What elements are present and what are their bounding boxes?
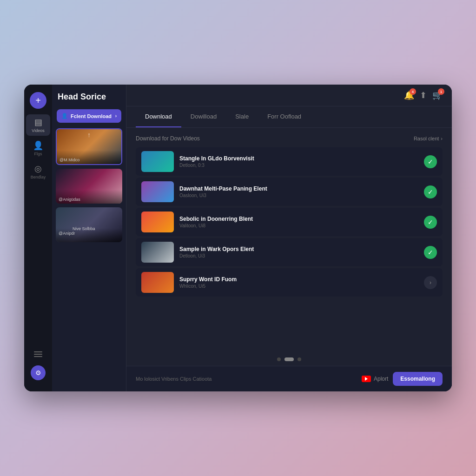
upload-icon: ⬆ xyxy=(420,91,427,100)
tab-download[interactable]: Download xyxy=(136,106,181,127)
video-thumbnail xyxy=(141,242,174,263)
tab-label: Download xyxy=(145,113,172,120)
check-icon: ✓ xyxy=(424,155,437,168)
upload-button[interactable]: ⬆ xyxy=(420,90,427,100)
table-row[interactable]: Sebolic in Doonerring Blent Valitoon, Ui… xyxy=(136,208,443,236)
figs-icon: 👤 xyxy=(33,140,43,151)
view-all-button[interactable]: Rasol clent › xyxy=(414,136,443,141)
sidebar-item-bendlay[interactable]: ◎ Bendlay xyxy=(26,161,50,182)
video-status: ✓ xyxy=(424,185,437,198)
bendlay-label: Bendlay xyxy=(31,175,46,179)
item-label: Nive Solbba @Anipdr xyxy=(59,226,95,236)
sidebar: Head Sorice 👤 Fclent Download › ↑ @M.Mid… xyxy=(52,85,126,391)
main-content: 🔔 4 ⬆ 🛒 1 Download Dowilload Sl xyxy=(126,85,452,391)
pagination-dot-active[interactable] xyxy=(284,357,294,361)
essomallong-button[interactable]: Essomallong xyxy=(393,372,443,386)
video-subtitle: Whlicon, Ui5 xyxy=(179,284,418,289)
item-label: @Anigüdas xyxy=(59,197,80,202)
category-button[interactable]: 👤 Fclent Download › xyxy=(57,109,121,123)
video-status: ✓ xyxy=(424,246,437,259)
table-row[interactable]: Sample in Wark Opors Elent Detloon, Ui3 … xyxy=(136,238,443,266)
video-info: Sample in Wark Opors Elent Detloon, Ui3 xyxy=(179,246,418,258)
video-title: Suprry Wont ID Fuom xyxy=(179,276,418,283)
header-icons: 🔔 4 ⬆ 🛒 1 xyxy=(404,90,443,100)
tabs: Download Dowilload Slale Forr Oofload xyxy=(126,106,452,128)
videos-icon: ▤ xyxy=(34,117,42,127)
footer-actions: Aplort Essomallong xyxy=(362,372,443,386)
tab-label: Slale xyxy=(235,113,249,120)
bendlay-icon: ◎ xyxy=(34,164,42,174)
sidebar-item-videos[interactable]: ▤ Videos xyxy=(26,114,50,136)
aplort-button[interactable]: Aplort xyxy=(362,376,388,382)
video-subtitle: Detloon, Ui3 xyxy=(179,253,418,258)
tab-forroofload[interactable]: Forr Oofload xyxy=(258,106,311,127)
thumb-label: Nive Solbba @Anipdr xyxy=(59,222,119,240)
menu-line xyxy=(34,351,42,352)
icon-bar: + ▤ Videos 👤 Flgs ◎ Bendlay ⚙ xyxy=(24,85,52,391)
notification-badge: 4 xyxy=(410,88,416,95)
tab-label: Dowilload xyxy=(191,113,217,120)
video-subtitle: Oasloon, Ui3 xyxy=(179,193,418,198)
content-area: Download for Dow Videos Rasol clent › St… xyxy=(126,128,452,353)
check-icon: ✓ xyxy=(424,246,437,259)
video-list: Stangle In GLdo Borvenvisit Detloon, 0:3… xyxy=(136,147,443,297)
video-subtitle: Detloon, 0:3 xyxy=(179,163,418,168)
settings-button[interactable]: ⚙ xyxy=(31,365,46,380)
play-icon xyxy=(365,377,368,381)
list-item[interactable]: @Anigüdas xyxy=(56,169,122,204)
check-icon: ✓ xyxy=(424,185,437,198)
video-info: Stangle In GLdo Borvenvisit Detloon, 0:3 xyxy=(179,155,418,168)
video-title: Sample in Wark Opors Elent xyxy=(179,246,418,252)
essomallong-label: Essomallong xyxy=(400,376,435,382)
thumbnail: Nive Solbba @Anipdr xyxy=(56,207,122,242)
cart-badge: 1 xyxy=(438,88,444,95)
menu-line xyxy=(34,356,42,357)
sidebar-item-figs[interactable]: 👤 Flgs xyxy=(26,138,50,159)
chevron-right-icon: › xyxy=(115,113,117,119)
tab-slale[interactable]: Slale xyxy=(226,106,258,127)
tab-dowilload[interactable]: Dowilload xyxy=(181,106,226,127)
header: 🔔 4 ⬆ 🛒 1 xyxy=(126,85,452,106)
person-icon: 👤 xyxy=(61,113,68,119)
table-row[interactable]: Suprry Wont ID Fuom Whlicon, Ui5 › xyxy=(136,268,443,297)
notifications-button[interactable]: 🔔 4 xyxy=(404,90,414,100)
cart-button[interactable]: 🛒 1 xyxy=(432,90,443,100)
arrow-right-icon[interactable]: › xyxy=(424,276,437,289)
table-row[interactable]: Dawnhat Melti-Pase Paning Elent Oasloon,… xyxy=(136,178,443,206)
video-subtitle: Valitoon, Ui8 xyxy=(179,223,418,228)
video-title: Dawnhat Melti-Pase Paning Elent xyxy=(179,185,418,192)
video-status: › xyxy=(424,276,437,289)
list-item[interactable]: ↑ @M.Midco xyxy=(56,128,122,165)
videos-label: Videos xyxy=(32,128,44,133)
video-status: ✓ xyxy=(424,216,437,229)
table-row[interactable]: Stangle In GLdo Borvenvisit Detloon, 0:3… xyxy=(136,147,443,176)
menu-button[interactable] xyxy=(31,347,46,362)
view-all-label: Rasol clent xyxy=(414,136,439,141)
video-thumbnail xyxy=(141,272,174,293)
footer-text: Mo lolosict Vribens Clips Catioota xyxy=(136,376,212,382)
video-info: Dawnhat Melti-Pase Paning Elent Oasloon,… xyxy=(179,185,418,198)
thumbnail: @Anigüdas xyxy=(56,169,122,204)
video-info: Suprry Wont ID Fuom Whlicon, Ui5 xyxy=(179,276,418,289)
category-label: Fclent Download xyxy=(71,113,112,119)
pagination-dot[interactable] xyxy=(277,357,281,361)
video-thumbnail xyxy=(141,181,174,202)
sidebar-items: ↑ @M.Midco @Anigüdas xyxy=(52,128,126,384)
upload-icon: ↑ xyxy=(87,131,91,139)
add-button[interactable]: + xyxy=(30,92,46,109)
youtube-icon xyxy=(362,376,371,382)
menu-line xyxy=(34,354,42,355)
thumb-label: @M.Midco xyxy=(60,158,119,162)
pagination-dot[interactable] xyxy=(298,357,301,361)
aplort-label: Aplort xyxy=(374,376,388,382)
video-status: ✓ xyxy=(424,155,437,168)
list-item[interactable]: Nive Solbba @Anipdr xyxy=(56,207,122,242)
chevron-right-icon: › xyxy=(441,136,443,141)
video-title: Stangle In GLdo Borvenvisit xyxy=(179,155,418,162)
check-icon: ✓ xyxy=(424,216,437,229)
figs-label: Flgs xyxy=(34,152,42,156)
thumbnail: ↑ @M.Midco xyxy=(57,129,121,164)
section-title: Download for Dow Videos xyxy=(136,135,200,142)
tab-label: Forr Oofload xyxy=(267,113,301,120)
content-header: Download for Dow Videos Rasol clent › xyxy=(136,135,443,142)
